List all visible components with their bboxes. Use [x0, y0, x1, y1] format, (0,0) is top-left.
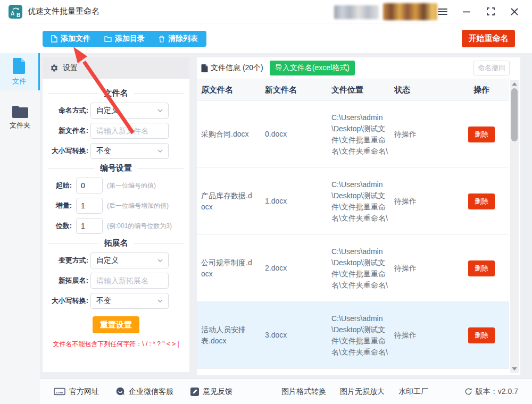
- close-button[interactable]: [510, 7, 519, 16]
- col-header-orig: 原文件名: [197, 85, 261, 95]
- table-row[interactable]: 产品库存数据.docx 1.docx C:\Users\admin\Deskto…: [197, 168, 509, 235]
- footer: .com 官方网址 企业微信客服 意见反馈 图片格式转换 图片无损放大 水印工厂…: [40, 378, 532, 404]
- file-path: C:\Users\admin\Desktop\测试文件\文件批量重命名\文件夹重…: [327, 179, 390, 224]
- feedback-link[interactable]: 意见反馈: [190, 387, 232, 397]
- chevron-down-icon: [157, 259, 163, 262]
- table-row[interactable]: 采购合同.docx 0.docx C:\Users\admin\Desktop\…: [197, 101, 509, 168]
- redacted-account-info: [334, 5, 379, 19]
- delete-button[interactable]: 删除: [468, 193, 495, 209]
- scrollbar-thumb[interactable]: [511, 88, 518, 141]
- image-format-convert-link[interactable]: 图片格式转换: [281, 387, 326, 397]
- sidebar-item-file[interactable]: 文件: [0, 53, 40, 90]
- image-lossless-enlarge-link[interactable]: 图片无损放大: [340, 387, 385, 397]
- digits-label: 位数:: [43, 221, 72, 231]
- minimize-button[interactable]: [462, 7, 471, 16]
- version-text: 版本：v2.0.7: [476, 387, 518, 397]
- orig-filename: 活动人员安排表.docx: [197, 324, 252, 347]
- file-path: C:\Users\admin\Desktop\测试文件\文件批量重命名\文件夹重…: [327, 313, 390, 358]
- new-filename-input[interactable]: [90, 123, 169, 139]
- delete-button[interactable]: 删除: [468, 260, 495, 276]
- table-row-highlighted[interactable]: 活动人员安排表.docx 3.docx C:\Users\admin\Deskt…: [197, 302, 509, 369]
- svg-text:.com: .com: [55, 391, 63, 394]
- trash-icon: [159, 36, 165, 43]
- start-number-input[interactable]: [76, 178, 103, 193]
- chevron-down-icon: [157, 149, 163, 153]
- increment-input[interactable]: [76, 198, 103, 214]
- add-directory-button[interactable]: 添加目录: [104, 34, 145, 44]
- filename-chars-warning: 文件名不能包含下列任何字符：\ / : * ? " < > |: [43, 340, 189, 349]
- menu-icon[interactable]: [438, 7, 447, 16]
- reset-settings-button[interactable]: 重置设置: [93, 316, 139, 333]
- dot-com-icon: .com: [54, 388, 65, 395]
- section-title-filename: 文件名: [43, 88, 189, 98]
- delete-button[interactable]: 删除: [468, 127, 495, 142]
- new-filename: 2.docx: [261, 263, 327, 274]
- file-icon: [12, 58, 26, 74]
- section-title-numbering: 编号设置: [43, 163, 189, 173]
- start-number-label: 起始:: [43, 181, 72, 190]
- ext-case-convert-label: 大小写转换:: [43, 296, 88, 306]
- case-convert-select[interactable]: 不变: [90, 143, 169, 159]
- new-filename: 0.docx: [261, 129, 327, 140]
- folder-icon: [12, 105, 28, 118]
- ext-case-convert-select[interactable]: 不变: [90, 293, 169, 309]
- scroll-down-arrow-icon[interactable]: [512, 367, 517, 371]
- increment-hint: (后一位编号增加的值): [107, 201, 169, 211]
- naming-method-select[interactable]: 自定义: [90, 103, 169, 119]
- digits-hint: (例:001的编号位数为3): [107, 222, 172, 231]
- start-number-hint: (第一位编号的值): [107, 181, 156, 190]
- version-info[interactable]: 版本：v2.0.7: [464, 387, 518, 397]
- scroll-up-arrow-icon[interactable]: [512, 82, 517, 86]
- col-header-path: 文件位置: [327, 85, 390, 95]
- titlebar: A B 优速文件批量重命名: [0, 0, 532, 23]
- case-convert-label: 大小写转换:: [43, 146, 88, 156]
- naming-method-label: 命名方式:: [43, 106, 88, 115]
- import-filenames-button[interactable]: 导入文件名(excel格式): [270, 61, 355, 75]
- svg-text:B: B: [16, 12, 20, 18]
- vertical-scrollbar[interactable]: [510, 80, 519, 373]
- section-title-extension: 拓展名: [43, 238, 189, 248]
- status-text: 待操作: [390, 263, 454, 274]
- orig-filename: 产品库存数据.docx: [197, 190, 252, 213]
- status-text: 待操作: [390, 196, 454, 207]
- settings-panel: 设置 文件名 命名方式: 自定义 新文件名: 大小写转换: 不变 编号设置: [43, 57, 189, 372]
- rename-undo-button[interactable]: 命名撤回: [473, 61, 510, 75]
- app-title: 优速文件批量重命名: [28, 6, 99, 16]
- toolbar: 添加文件 添加目录 清除列表 开始重命名: [0, 23, 532, 53]
- file-table-panel: 文件信息 (20个) 导入文件名(excel格式) 命名撤回 原文件名 新文件名…: [197, 57, 520, 375]
- delete-button[interactable]: 删除: [468, 327, 495, 343]
- maximize-button[interactable]: [486, 7, 495, 16]
- official-site-link[interactable]: .com 官方网址: [54, 387, 99, 397]
- chat-bubble-icon: [116, 387, 125, 396]
- orig-filename: 公司规章制度.docx: [197, 257, 252, 280]
- file-icon: [51, 35, 57, 43]
- status-text: 待操作: [390, 129, 454, 140]
- start-rename-button[interactable]: 开始重命名: [462, 30, 515, 47]
- sidebar-item-folder[interactable]: 文件夹: [0, 99, 40, 136]
- clear-list-button[interactable]: 清除列表: [159, 34, 198, 44]
- gear-icon: [50, 64, 59, 72]
- settings-header: 设置: [43, 57, 189, 79]
- table-row[interactable]: 公司规章制度.docx 2.docx C:\Users\admin\Deskto…: [197, 235, 509, 302]
- col-header-new: 新文件名: [261, 85, 327, 95]
- col-header-action: 操作: [454, 85, 509, 95]
- increment-label: 增量:: [43, 201, 72, 211]
- change-method-select[interactable]: 自定义: [90, 252, 169, 268]
- svg-text:A: A: [11, 11, 14, 16]
- add-file-button[interactable]: 添加文件: [51, 34, 90, 44]
- new-extension-input[interactable]: [90, 273, 169, 289]
- new-filename-label: 新文件名:: [43, 126, 88, 136]
- new-filename: 3.docx: [261, 330, 327, 341]
- watermark-factory-link[interactable]: 水印工厂: [398, 387, 428, 397]
- sidebar-item-label: 文件夹: [10, 121, 30, 130]
- folder-icon: [104, 36, 112, 42]
- wechat-support-link[interactable]: 企业微信客服: [116, 387, 173, 397]
- change-method-label: 变更方式:: [43, 256, 88, 265]
- orig-filename: 采购合同.docx: [197, 129, 252, 140]
- feedback-icon: [190, 388, 199, 396]
- sidebar-item-label: 文件: [12, 77, 26, 86]
- digits-input[interactable]: [76, 218, 103, 234]
- table-header-row: 原文件名 新文件名 文件位置 状态 操作: [197, 79, 509, 101]
- new-extension-label: 新拓展名:: [43, 276, 88, 285]
- toolbar-button-group: 添加文件 添加目录 清除列表: [43, 31, 206, 47]
